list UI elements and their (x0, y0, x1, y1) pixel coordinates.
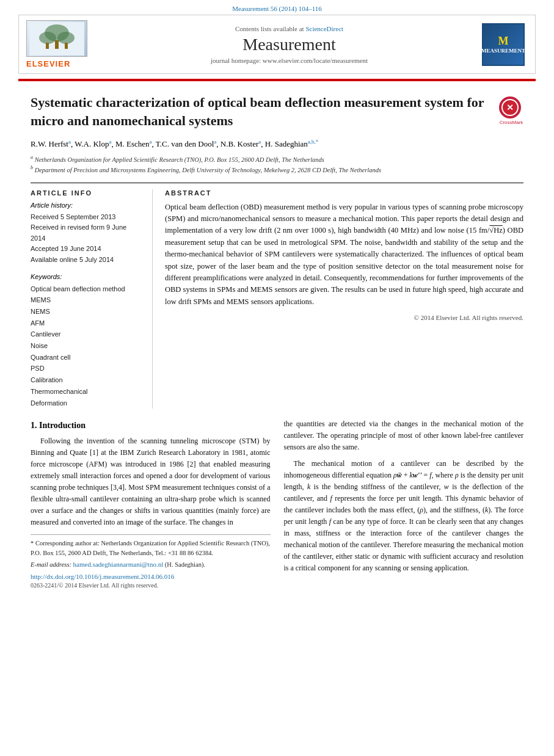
body-right-col: the quantities are detected via the chan… (284, 418, 524, 589)
article-info-abstract-section: ARTICLE INFO Article history: Received 5… (31, 183, 523, 409)
author-sup-a5: a (258, 139, 261, 145)
affil-a-text: Netherlands Organization for Applied Sci… (35, 156, 324, 163)
keyword-7: Quadrant cell (31, 352, 142, 363)
contents-text: Contents lists available at (235, 25, 304, 32)
math-w: w (444, 482, 449, 491)
title-row: Systematic characterization of optical b… (31, 93, 523, 138)
affil-letter-b: b (31, 165, 33, 170)
abstract-paragraph: Optical beam deflection (OBD) measuremen… (165, 202, 523, 308)
article-info-label: ARTICLE INFO (31, 189, 142, 197)
footnote-email: E-mail address: hamed.sadeghiannarmani@t… (31, 559, 271, 570)
copyright-line: © 2014 Elsevier Ltd. All rights reserved… (165, 313, 523, 323)
abstract-label: ABSTRACT (165, 189, 523, 197)
email-suffix: (H. Sadeghian). (165, 561, 205, 568)
article-title: Systematic characterization of optical b… (31, 93, 493, 129)
affiliation-b: b Department of Precision and Microsyste… (31, 164, 523, 175)
math-f3: f (329, 517, 331, 526)
journal-header: ELSEVIER Contents lists available at Sci… (18, 15, 536, 74)
intro-heading: 1. Introduction (31, 421, 271, 431)
journal-info-center: Contents lists available at ScienceDirec… (100, 25, 479, 64)
footnote-area: * Corresponding author at: Netherlands O… (31, 534, 271, 589)
journal-title: Measurement (100, 35, 479, 54)
elsevier-logo-area: ELSEVIER (26, 20, 100, 68)
abstract-text: Optical beam deflection (OBD) measuremen… (165, 202, 523, 323)
history-label: Article history: (31, 202, 142, 209)
email-address[interactable]: hamed.sadeghiannarmani@tno.nl (73, 561, 164, 568)
elsevier-tree-svg (29, 22, 84, 56)
math-f: f (429, 471, 431, 479)
history-accepted: Accepted 19 June 2014 (31, 244, 142, 255)
crossmark-badge: ✕ CrossMark (499, 96, 523, 121)
elsevier-logo-image (26, 20, 87, 57)
affil-b-text: Department of Precision and Microsystems… (35, 167, 382, 173)
crossmark-inner: ✕ (501, 99, 519, 116)
keyword-3: NEMS (31, 306, 142, 318)
math-rho2: ρ (455, 471, 459, 479)
measurement-logo-text: MEASUREMENT (481, 48, 525, 54)
intro-para-1: Following the invention of the scanning … (31, 435, 271, 528)
keyword-4: AFM (31, 318, 142, 329)
keyword-5: Cantilever (31, 329, 142, 340)
math-w-prime: w'' (413, 471, 422, 479)
measurement-logo-area: M MEASUREMENT (479, 23, 528, 66)
svg-point-3 (57, 32, 75, 44)
keyword-1: Optical beam deflection method (31, 283, 142, 295)
journal-ref-text: Measurement 56 (2014) 104–116 (232, 5, 322, 12)
affil-letter-a: a (31, 154, 33, 160)
keyword-9: Calibration (31, 374, 142, 386)
author-sup-a4: a (214, 139, 216, 145)
abstract-column: ABSTRACT Optical beam deflection (OBD) m… (165, 189, 523, 409)
author-sup-a: a (68, 139, 71, 145)
intro-left-text: Following the invention of the scanning … (31, 435, 271, 528)
keywords-label: Keywords: (31, 273, 142, 280)
crossmark-circle: ✕ (499, 96, 521, 118)
journal-homepage: journal homepage: www.elsevier.com/locat… (100, 57, 479, 64)
svg-rect-6 (65, 43, 68, 49)
footnote-corresponding: * Corresponding author at: Netherlands O… (31, 539, 271, 558)
main-content: Systematic characterization of optical b… (0, 81, 554, 601)
history-received: Received 5 September 2013 (31, 212, 142, 223)
keyword-10: Thermomechanical (31, 386, 142, 398)
intro-right-para-1: the quantities are detected via the chan… (284, 418, 524, 453)
measurement-logo-symbol: M (498, 35, 509, 48)
article-info-column: ARTICLE INFO Article history: Received 5… (31, 189, 153, 409)
history-revised: Received in revised form 9 June 2014 (31, 222, 142, 244)
authors: R.W. Herfsta, W.A. Klopa, M. Eschena, T.… (31, 138, 523, 150)
journal-reference: Measurement 56 (2014) 104–116 (0, 0, 554, 15)
elsevier-logo: ELSEVIER (26, 20, 100, 68)
svg-rect-5 (46, 43, 49, 49)
intro-right-para-2: The mechanical motion of a cantilever ca… (284, 458, 524, 574)
measurement-logo: M MEASUREMENT (482, 23, 525, 66)
keyword-2: MEMS (31, 294, 142, 306)
doi-link[interactable]: http://dx.doi.org/10.1016/j.measurement.… (31, 573, 271, 580)
affiliations: a Netherlands Organization for Applied S… (31, 154, 523, 175)
elsevier-wordmark: ELSEVIER (26, 59, 70, 68)
svg-point-2 (39, 32, 56, 44)
issn-line: 0263-2241/© 2014 Elsevier Ltd. All right… (31, 582, 271, 589)
keyword-11: Deformation (31, 398, 142, 409)
page: Measurement 56 (2014) 104–116 (0, 0, 554, 756)
author-sup-a3: a (150, 139, 152, 145)
math-w-dotdot: ẅ (397, 471, 402, 479)
sqrt-hz: √Hz (489, 226, 502, 234)
math-rho3: ρ (420, 506, 423, 514)
author-sup-ab: a,b,* (308, 139, 319, 145)
intro-right-text: the quantities are detected via the chan… (284, 418, 524, 573)
body-left-col: 1. Introduction Following the invention … (31, 418, 271, 589)
math-k3: k (485, 506, 488, 514)
keyword-6: Noise (31, 340, 142, 352)
history-online: Available online 5 July 2014 (31, 255, 142, 266)
affiliation-a: a Netherlands Organization for Applied S… (31, 154, 523, 164)
keyword-8: PSD (31, 363, 142, 374)
sciencedirect-line: Contents lists available at ScienceDirec… (100, 25, 479, 32)
math-f2: f (330, 494, 332, 503)
author-sup-a2: a (109, 139, 111, 145)
math-k2: k (307, 482, 310, 491)
intro-heading-text: 1. Introduction (31, 421, 86, 430)
crossmark-label: CrossMark (499, 120, 523, 125)
email-label: E-mail address: (31, 561, 73, 568)
svg-rect-4 (55, 40, 59, 49)
sciencedirect-link[interactable]: ScienceDirect (305, 25, 343, 32)
body-section: 1. Introduction Following the invention … (31, 418, 523, 589)
